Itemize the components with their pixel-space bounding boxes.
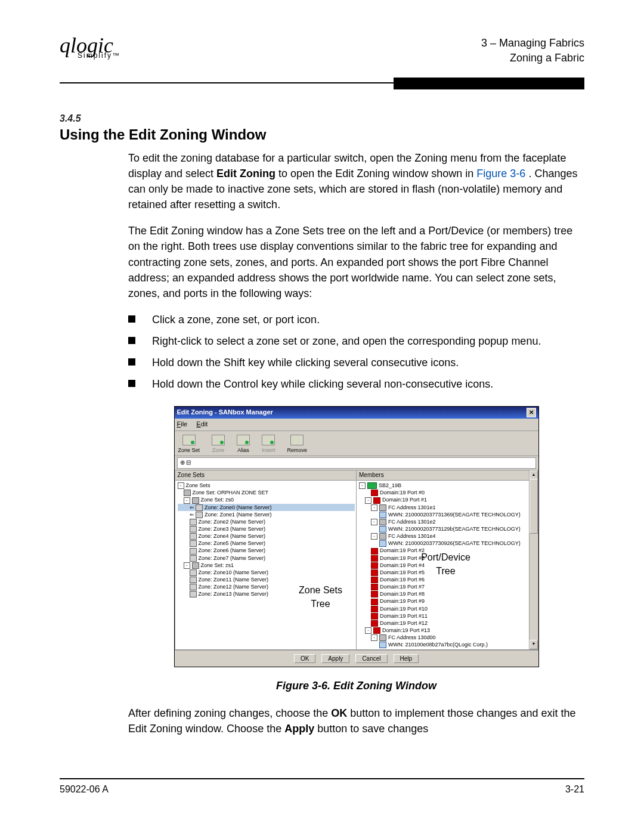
footer-doc-id: 59022-06 A [60,784,109,795]
list-item: Hold down the Control key while clicking… [128,376,584,392]
paragraph-1: To edit the zoning database for a partic… [128,150,584,212]
toolbar-alias[interactable]: Alias [237,435,250,454]
section-number: 3.4.5 [60,113,584,124]
figure-ref-link[interactable]: Figure 3-6 [476,168,525,179]
window-title: Edit Zoning - SANbox Manager [177,408,273,417]
members-header: Members [357,470,529,481]
zone-sets-pane[interactable]: Zone Sets -Zone Sets Zone Set: ORPHAN ZO… [175,470,357,650]
toolbar-insert[interactable]: Insert [262,435,275,454]
logo: qlogic Simplify™ [60,36,131,72]
footer-page-number: 3-21 [565,784,584,795]
scrollbar[interactable]: ▴ ▾ [529,470,538,649]
toolbar-zone[interactable]: Zone [212,435,225,454]
section-title: Using the Edit Zoning Window [60,126,584,143]
scroll-thumb[interactable] [530,479,538,534]
toolbar-remove[interactable]: Remove [287,435,308,454]
close-icon[interactable]: ✕ [527,408,536,417]
breadcrumb-chapter: 3 – Managing Fabrics [481,36,584,51]
menu-file[interactable]: File [177,420,188,428]
apply-button[interactable]: Apply [321,654,349,663]
list-item: Hold down the Shift key while clicking s… [128,355,584,370]
header-rule [60,78,584,89]
ok-button[interactable]: OK [294,654,315,663]
members-pane[interactable]: Members -SB2_19B Domain:19 Port #0 -Doma… [356,470,538,650]
path-bar: ⊕ ⊟ [177,457,536,469]
menu-bar: File Edit [175,419,538,431]
zone-sets-header: Zone Sets [175,470,357,481]
window-titlebar: Edit Zoning - SANbox Manager ✕ [175,407,538,419]
logo-subtext: Simplify™ [78,52,149,59]
dialog-buttons: OK Apply Cancel Help [175,650,538,667]
list-item: Click a zone, zone set, or port icon. [128,312,584,327]
breadcrumb: 3 – Managing Fabrics Zoning a Fabric [481,36,584,66]
paragraph-3: After defining zoning changes, choose th… [128,705,584,736]
edit-zoning-window: Edit Zoning - SANbox Manager ✕ File Edit… [174,406,539,667]
breadcrumb-section: Zoning a Fabric [481,51,584,66]
cancel-button[interactable]: Cancel [355,654,387,663]
scroll-down-icon[interactable]: ▾ [530,640,538,649]
toolbar: Zone Set Zone Alias Insert Remove [175,431,538,456]
figure-caption: Figure 3-6. Edit Zoning Window [128,678,584,693]
toolbar-zoneset[interactable]: Zone Set [178,435,200,454]
menu-edit[interactable]: Edit [196,420,208,428]
bullet-list: Click a zone, zone set, or port icon. Ri… [128,312,584,392]
paragraph-2: The Edit Zoning window has a Zone Sets t… [128,223,584,301]
help-button[interactable]: Help [394,654,419,663]
list-item: Right-click to select a zone set or zone… [128,333,584,349]
